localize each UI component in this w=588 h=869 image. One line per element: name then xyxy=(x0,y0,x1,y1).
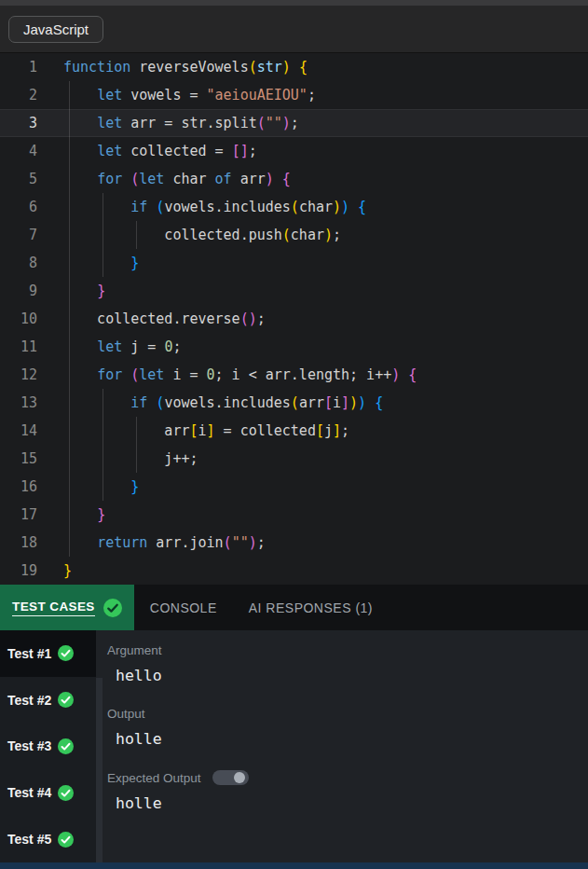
line-number: 2 xyxy=(0,87,37,103)
test-detail-panel: Argument hello Output holle Expected Out… xyxy=(96,630,588,862)
test-pass-check-icon xyxy=(58,692,74,708)
test-case-list: Test #1Test #2Test #3Test #4Test #5 xyxy=(0,630,96,862)
tab-console[interactable]: CONSOLE xyxy=(134,585,233,630)
test-case-item[interactable]: Test #2 xyxy=(0,677,96,724)
output-value: holle xyxy=(116,730,588,748)
code-line[interactable]: 14 arr[i] = collected[j]; xyxy=(0,417,588,445)
status-bar xyxy=(0,862,588,869)
code-text: if (vowels.includes(arr[i])) { xyxy=(63,394,383,411)
code-line[interactable]: 6 if (vowels.includes(char)) { xyxy=(0,193,588,221)
code-text: } xyxy=(63,562,72,579)
line-number: 8 xyxy=(0,255,37,271)
line-number: 9 xyxy=(0,283,37,299)
line-number: 5 xyxy=(0,171,37,187)
test-pass-check-icon xyxy=(58,645,74,661)
expected-output-toggle[interactable] xyxy=(212,770,249,785)
editor-header: JavaScript xyxy=(0,6,588,53)
code-text: } xyxy=(63,283,105,299)
language-selector-button[interactable]: JavaScript xyxy=(8,16,103,43)
tests-passed-check-icon xyxy=(103,599,122,617)
code-line[interactable]: 12 for (let i = 0; i < arr.length; i++) … xyxy=(0,361,588,389)
line-number: 11 xyxy=(0,338,37,355)
code-line[interactable]: 9 } xyxy=(0,277,588,305)
line-number: 1 xyxy=(0,59,37,76)
code-line[interactable]: 7 collected.push(char); xyxy=(0,221,588,249)
code-line[interactable]: 4 let collected = []; xyxy=(0,137,588,165)
line-number: 15 xyxy=(0,450,37,467)
test-results-panel: Test #1Test #2Test #3Test #4Test #5 Argu… xyxy=(0,630,588,862)
test-case-label: Test #4 xyxy=(7,785,51,800)
line-number: 7 xyxy=(0,227,37,243)
code-line[interactable]: 2 let vowels = "aeiouAEIOU"; xyxy=(0,81,588,109)
code-text: collected.reverse(); xyxy=(63,310,266,327)
line-number: 12 xyxy=(0,366,37,383)
line-number: 10 xyxy=(0,310,37,327)
test-pass-check-icon xyxy=(58,785,74,801)
code-text: let collected = []; xyxy=(63,143,257,159)
test-case-label: Test #1 xyxy=(7,646,51,661)
argument-label: Argument xyxy=(107,643,588,657)
code-line[interactable]: 19} xyxy=(0,557,588,585)
line-number: 6 xyxy=(0,199,37,215)
code-line[interactable]: 10 collected.reverse(); xyxy=(0,305,588,333)
expected-output-value: holle xyxy=(116,794,588,812)
test-case-label: Test #2 xyxy=(7,693,51,708)
line-number: 3 xyxy=(0,115,37,131)
test-case-label: Test #5 xyxy=(7,832,51,847)
line-number: 4 xyxy=(0,143,37,159)
code-text: if (vowels.includes(char)) { xyxy=(63,199,366,215)
bottom-panel-tabbar: TEST CASES CONSOLE AI RESPONSES (1) xyxy=(0,585,588,630)
code-text: for (let char of arr) { xyxy=(63,171,291,187)
code-line[interactable]: 13 if (vowels.includes(arr[i])) { xyxy=(0,389,588,417)
line-number: 18 xyxy=(0,534,37,551)
test-case-item[interactable]: Test #4 xyxy=(0,769,96,816)
code-line[interactable]: 11 let j = 0; xyxy=(0,333,588,361)
expected-output-label: Expected Output xyxy=(107,771,201,785)
line-number: 17 xyxy=(0,506,37,523)
line-number: 19 xyxy=(0,562,37,579)
code-line[interactable]: 1function reverseVowels(str) { xyxy=(0,53,588,81)
tab-ai-responses[interactable]: AI RESPONSES (1) xyxy=(233,585,389,630)
code-text: j++; xyxy=(63,450,198,467)
test-case-item[interactable]: Test #5 xyxy=(0,816,96,862)
toggle-knob-icon xyxy=(234,772,245,783)
code-text: function reverseVowels(str) { xyxy=(63,59,308,76)
code-line[interactable]: 15 j++; xyxy=(0,445,588,473)
code-text: collected.push(char); xyxy=(63,227,341,243)
test-pass-check-icon xyxy=(58,832,74,848)
code-editor[interactable]: 1function reverseVowels(str) {2 let vowe… xyxy=(0,53,588,585)
code-text: } xyxy=(63,506,105,523)
code-text: return arr.join(""); xyxy=(63,534,266,551)
code-text: let j = 0; xyxy=(63,338,181,355)
tab-test-cases-label: TEST CASES xyxy=(12,600,95,616)
code-line[interactable]: 8 } xyxy=(0,249,588,277)
line-number: 14 xyxy=(0,422,37,439)
code-text: let vowels = "aeiouAEIOU"; xyxy=(63,87,316,103)
code-text: arr[i] = collected[j]; xyxy=(63,422,349,439)
code-line[interactable]: 17 } xyxy=(0,501,588,529)
test-case-label: Test #3 xyxy=(7,738,51,753)
test-pass-check-icon xyxy=(58,738,74,754)
code-line[interactable]: 3 let arr = str.split(""); xyxy=(0,109,588,137)
argument-value: hello xyxy=(116,667,588,684)
test-case-item[interactable]: Test #3 xyxy=(0,724,96,770)
output-label: Output xyxy=(107,707,588,721)
test-case-item[interactable]: Test #1 xyxy=(0,630,96,677)
line-number: 13 xyxy=(0,394,37,411)
tab-test-cases[interactable]: TEST CASES xyxy=(0,585,134,630)
code-line[interactable]: 18 return arr.join(""); xyxy=(0,529,588,557)
code-text: } xyxy=(63,478,139,495)
code-line[interactable]: 16 } xyxy=(0,473,588,501)
code-text: for (let i = 0; i < arr.length; i++) { xyxy=(63,366,417,383)
code-line[interactable]: 5 for (let char of arr) { xyxy=(0,165,588,193)
sidebar-scrollbar[interactable] xyxy=(96,678,103,862)
line-number: 16 xyxy=(0,478,37,495)
code-text: let arr = str.split(""); xyxy=(63,115,299,131)
code-text: } xyxy=(63,255,139,271)
